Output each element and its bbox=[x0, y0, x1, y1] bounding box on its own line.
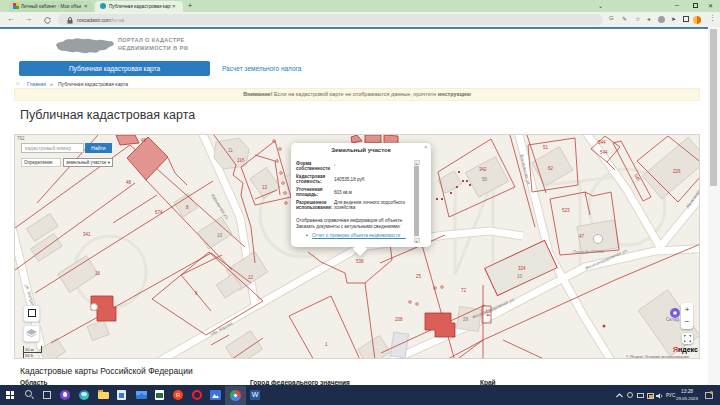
svg-text:208: 208 bbox=[395, 317, 403, 322]
svg-text:523: 523 bbox=[562, 208, 570, 213]
svg-text:29: 29 bbox=[463, 317, 469, 322]
svg-text:25: 25 bbox=[416, 274, 422, 279]
svg-text:11б: 11б bbox=[237, 158, 245, 163]
svg-text:545: 545 bbox=[633, 173, 641, 182]
svg-text:341: 341 bbox=[83, 232, 91, 237]
svg-text:47: 47 bbox=[579, 234, 585, 239]
svg-text:342: 342 bbox=[479, 167, 487, 172]
svg-text:72: 72 bbox=[461, 288, 467, 293]
svg-text:1: 1 bbox=[325, 342, 328, 347]
svg-text:226: 226 bbox=[673, 169, 681, 174]
svg-text:13: 13 bbox=[262, 185, 268, 190]
svg-text:62: 62 bbox=[548, 166, 554, 171]
svg-text:51: 51 bbox=[543, 145, 549, 150]
svg-text:48: 48 bbox=[126, 180, 132, 185]
svg-text:538: 538 bbox=[356, 259, 364, 264]
svg-text:544: 544 bbox=[600, 150, 608, 155]
svg-text:544: 544 bbox=[598, 140, 606, 145]
svg-text:324: 324 bbox=[518, 266, 526, 271]
svg-text:11: 11 bbox=[228, 148, 233, 153]
svg-text:Почта № 457302: Почта № 457302 bbox=[573, 249, 605, 254]
svg-text:48: 48 bbox=[141, 138, 147, 143]
svg-text:10: 10 bbox=[517, 274, 523, 279]
svg-text:16: 16 bbox=[95, 271, 101, 276]
svg-text:762: 762 bbox=[17, 136, 25, 141]
svg-text:10: 10 bbox=[217, 233, 223, 238]
svg-text:674: 674 bbox=[155, 210, 163, 215]
svg-text:50: 50 bbox=[482, 177, 488, 182]
svg-text:12: 12 bbox=[248, 275, 254, 280]
